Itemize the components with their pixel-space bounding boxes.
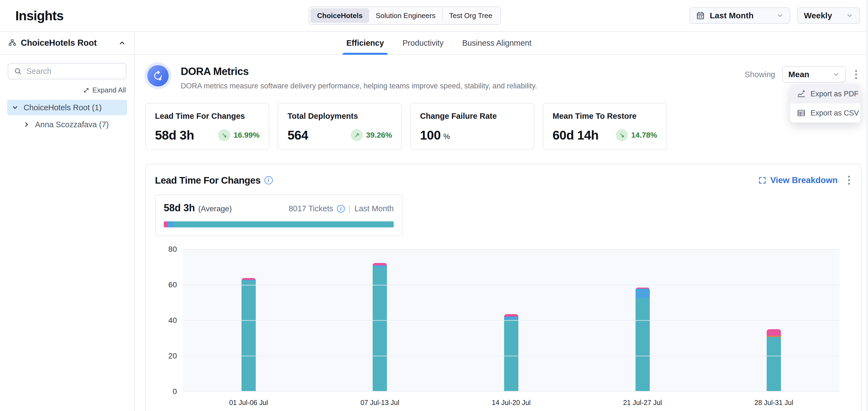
page-title: Insights bbox=[16, 8, 64, 23]
gridline bbox=[183, 249, 839, 250]
delta-badge: ↘ 14.78% bbox=[616, 129, 657, 141]
export-pdf-menu-item[interactable]: Export as PDF bbox=[790, 84, 860, 103]
export-csv-menu-item[interactable]: Export as CSV bbox=[790, 103, 860, 123]
tickets-count: 8017 Tickets bbox=[288, 204, 333, 213]
x-tick-label: 21 Jul-27 Jul bbox=[577, 399, 708, 407]
bar-segment-planning bbox=[373, 263, 387, 266]
x-axis-labels: 01 Jul-06 Jul07 Jul-13 Jul14 Jul-20 Jul2… bbox=[183, 399, 839, 407]
distribution-segment-review bbox=[167, 221, 173, 228]
gridline bbox=[183, 285, 839, 285]
expand-corners-icon bbox=[758, 176, 767, 184]
average-label: (Average) bbox=[198, 204, 231, 213]
expand-all-label: Expand All bbox=[92, 86, 126, 94]
main-content: DORA Metrics DORA metrics measure softwa… bbox=[145, 55, 862, 411]
chevron-right-icon[interactable] bbox=[23, 121, 30, 128]
gridline bbox=[183, 320, 839, 321]
bar-segment-deployment bbox=[504, 319, 518, 391]
tree-item-anna[interactable]: Anna Scozzafava (7) bbox=[19, 117, 127, 132]
delta-percent: 14.78% bbox=[631, 131, 657, 140]
sidebar-header: ChoiceHotels Root bbox=[0, 32, 134, 55]
granularity-dropdown[interactable]: Weekly bbox=[797, 7, 860, 24]
bar-stack[interactable] bbox=[504, 314, 518, 391]
dora-kebab-menu-button[interactable] bbox=[853, 68, 859, 81]
lead-time-kebab-menu-button[interactable] bbox=[846, 173, 852, 187]
x-tick-label: 07 Jul-13 Jul bbox=[314, 399, 446, 407]
bar-segment-planning bbox=[504, 314, 518, 317]
card-lead-time-for-changes: Lead Time For Changes 58d 3h ↘ 16.99% bbox=[145, 103, 270, 150]
granularity-value: Weekly bbox=[804, 11, 832, 20]
chevron-down-icon[interactable] bbox=[11, 104, 19, 111]
delta-badge: ↗ 39.26% bbox=[351, 129, 392, 141]
top-controls: Last Month Weekly bbox=[689, 7, 860, 24]
tree-item-root[interactable]: ChoiceHotels Root (1) bbox=[7, 100, 127, 115]
expand-all-button[interactable]: Expand All bbox=[8, 86, 126, 94]
y-tick-label: 60 bbox=[168, 280, 177, 289]
org-tab-test-org-tree[interactable]: Test Org Tree bbox=[442, 8, 499, 23]
org-tree: ChoiceHotels Root (1) Anna Scozzafava (7… bbox=[7, 100, 127, 132]
search-icon bbox=[14, 67, 22, 75]
tab-business-alignment[interactable]: Business Alignment bbox=[461, 32, 533, 54]
vertical-scrollbar[interactable] bbox=[866, 0, 868, 411]
info-icon[interactable]: i bbox=[265, 176, 273, 184]
bar-stack[interactable] bbox=[242, 278, 256, 391]
tab-productivity[interactable]: Productivity bbox=[401, 32, 445, 54]
dora-metrics-header: DORA Metrics DORA metrics measure softwa… bbox=[145, 65, 862, 97]
card-total-deployments: Total Deployments 564 ↗ 39.26% bbox=[278, 103, 402, 150]
chart-line-plus-icon bbox=[797, 90, 806, 98]
trend-arrow-icon: ↘ bbox=[221, 131, 227, 139]
main-tabs-row: Efficiency Productivity Business Alignme… bbox=[135, 32, 868, 55]
card-mean-time-to-restore: Mean Time To Restore 60d 14h ↘ 14.78% bbox=[543, 103, 667, 150]
plot-area bbox=[183, 249, 839, 391]
metric-value: 60d 14h bbox=[553, 128, 598, 143]
dora-metric-cards: Lead Time For Changes 58d 3h ↘ 16.99% To… bbox=[145, 103, 862, 150]
bar-segment-planning bbox=[242, 278, 256, 280]
aggregation-select[interactable]: Mean bbox=[782, 66, 846, 83]
distribution-segment-deployment bbox=[173, 221, 394, 228]
bar-stack[interactable] bbox=[373, 263, 387, 391]
view-breakdown-button[interactable]: View Breakdown bbox=[758, 175, 838, 185]
date-range-dropdown[interactable]: Last Month bbox=[689, 7, 790, 24]
tab-efficiency[interactable]: Efficiency bbox=[345, 32, 385, 54]
average-value: 58d 3h bbox=[164, 202, 195, 214]
metric-value: 100 bbox=[420, 128, 441, 143]
sidebar-root-title: ChoiceHotels Root bbox=[21, 38, 114, 48]
x-tick-label: 01 Jul-06 Jul bbox=[183, 399, 314, 407]
y-tick-label: 40 bbox=[168, 316, 177, 325]
info-icon[interactable]: i bbox=[337, 205, 345, 213]
period-label: Last Month bbox=[354, 204, 394, 213]
tree-item-label: Anna Scozzafava (7) bbox=[35, 120, 109, 129]
y-tick-label: 80 bbox=[168, 245, 177, 254]
bar-stack[interactable] bbox=[636, 287, 650, 391]
dora-cycle-icon bbox=[147, 65, 169, 87]
lead-time-title: Lead Time For Changes bbox=[155, 175, 261, 186]
gridline bbox=[183, 356, 839, 356]
dora-subtitle: DORA metrics measure software delivery p… bbox=[181, 82, 862, 90]
lead-time-chart: 020406080 01 Jul-06 Jul07 Jul-13 Jul14 J… bbox=[155, 249, 852, 411]
hierarchy-icon bbox=[8, 39, 17, 47]
export-pdf-label: Export as PDF bbox=[810, 90, 859, 98]
trend-arrow-icon: ↗ bbox=[354, 131, 360, 139]
main-area: Efficiency Productivity Business Alignme… bbox=[135, 32, 868, 411]
x-tick-label: 14 Jul-20 Jul bbox=[445, 399, 577, 407]
delta-percent: 39.26% bbox=[366, 131, 392, 140]
table-icon bbox=[797, 109, 806, 117]
collapse-chevron-up-icon[interactable] bbox=[118, 39, 126, 47]
bar-segment-review bbox=[504, 317, 518, 319]
metric-value: 58d 3h bbox=[155, 128, 194, 143]
bar-stack[interactable] bbox=[767, 329, 781, 391]
separator: | bbox=[348, 204, 351, 213]
org-tab-choicehotels[interactable]: ChoiceHotels bbox=[311, 8, 369, 23]
search-input[interactable] bbox=[26, 67, 129, 76]
aggregation-value: Mean bbox=[788, 70, 809, 79]
top-header: Insights ChoiceHotels Solution Engineers… bbox=[0, 0, 868, 32]
bar-segment-review bbox=[636, 289, 650, 298]
delta-percent: 16.99% bbox=[234, 131, 259, 140]
bar-segment-deployment bbox=[242, 281, 256, 391]
export-menu: Export as PDF Export as CSV bbox=[790, 84, 860, 123]
metric-title: Mean Time To Restore bbox=[553, 112, 657, 121]
org-tab-solution-engineers[interactable]: Solution Engineers bbox=[369, 8, 442, 23]
date-range-value: Last Month bbox=[710, 11, 753, 20]
metric-title: Total Deployments bbox=[287, 112, 392, 121]
lead-time-chart-card: Lead Time For Changes i View Breakdown 5… bbox=[145, 164, 862, 411]
metric-value: 564 bbox=[287, 128, 308, 143]
